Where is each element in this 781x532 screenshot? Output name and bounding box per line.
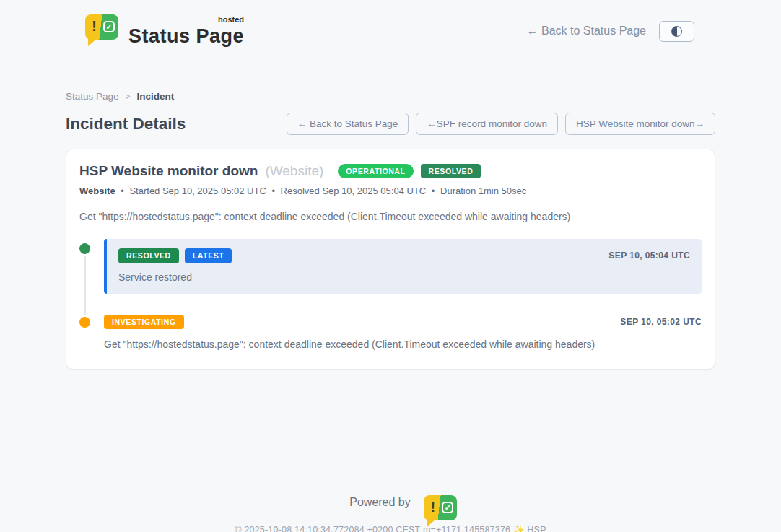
incident-timeline: RESOLVED LATEST SEP 10, 05:04 UTC Servic…: [79, 239, 702, 350]
timeline-entry-investigating: INVESTIGATING SEP 10, 05:02 UTC Get "htt…: [79, 315, 702, 351]
timeline-timestamp: SEP 10, 05:02 UTC: [620, 317, 702, 327]
contrast-icon: [671, 26, 682, 37]
resolved-badge: RESOLVED: [421, 164, 481, 179]
timeline-timestamp: SEP 10, 05:04 UTC: [608, 250, 690, 261]
main-content: Status Page > Incident Incident Details …: [66, 52, 715, 370]
meta-duration: Duration 1min 50sec: [440, 186, 526, 196]
timeline-message: Get "https://hostedstatus.page": context…: [104, 339, 702, 350]
breadcrumb-status-page[interactable]: Status Page: [66, 91, 119, 102]
meta-started: Started Sep 10, 2025 05:02 UTC: [129, 186, 266, 196]
incident-component: (Website): [265, 163, 323, 179]
header: ! ✓ hosted Status Page ← Back to Status …: [0, 0, 781, 52]
incident-card: HSP Website monitor down (Website) OPERA…: [66, 149, 715, 370]
incident-nav-buttons: ← Back to Status Page ←SPF record monito…: [287, 113, 715, 135]
statuspage-logo-icon: ! ✓: [85, 14, 118, 48]
footer: Powered by ! ✓ © 2025-10-08 14:10:34.772…: [0, 495, 781, 532]
theme-toggle-button[interactable]: [659, 21, 694, 42]
back-to-status-page-button[interactable]: ← Back to Status Page: [287, 113, 409, 135]
next-incident-button[interactable]: HSP Website monitor down→: [565, 113, 715, 135]
brand-logo[interactable]: ! ✓ hosted Status Page: [85, 14, 244, 48]
incident-meta: Website • Started Sep 10, 2025 05:02 UTC…: [79, 186, 702, 196]
brand-superscript: hosted: [218, 15, 244, 24]
statuspage-logo-icon-small[interactable]: ! ✓: [416, 495, 432, 510]
brand-name: Status Page: [128, 25, 244, 47]
back-to-status-page-link[interactable]: ← Back to Status Page: [527, 25, 646, 38]
breadcrumb-separator: >: [126, 92, 131, 102]
incident-title: HSP Website monitor down: [79, 163, 258, 179]
meta-component: Website: [79, 186, 115, 196]
check-icon: ✓: [103, 21, 115, 32]
breadcrumb: Status Page > Incident: [66, 91, 715, 102]
meta-resolved: Resolved Sep 10, 2025 05:04 UTC: [281, 186, 427, 196]
investigating-status-badge: INVESTIGATING: [104, 315, 184, 330]
breadcrumb-incident: Incident: [137, 91, 175, 102]
prev-incident-button[interactable]: ←SPF record monitor down: [416, 113, 558, 135]
timeline-message: Service restored: [118, 271, 690, 283]
incident-description: Get "https://hostedstatus.page": context…: [79, 211, 702, 222]
copyright-text: © 2025-10-08 14:10:34.772084 +0200 CEST …: [0, 524, 781, 532]
powered-by-label: Powered by: [349, 496, 411, 509]
operational-badge: OPERATIONAL: [338, 164, 413, 179]
page-title: Incident Details: [66, 115, 186, 134]
timeline-entry-resolved: RESOLVED LATEST SEP 10, 05:04 UTC Servic…: [79, 239, 702, 294]
latest-badge: LATEST: [185, 248, 232, 263]
timeline-dot-investigating: [79, 317, 90, 328]
resolved-status-badge: RESOLVED: [118, 248, 179, 263]
timeline-dot-resolved: [79, 243, 90, 254]
exclamation-icon: !: [92, 17, 97, 35]
